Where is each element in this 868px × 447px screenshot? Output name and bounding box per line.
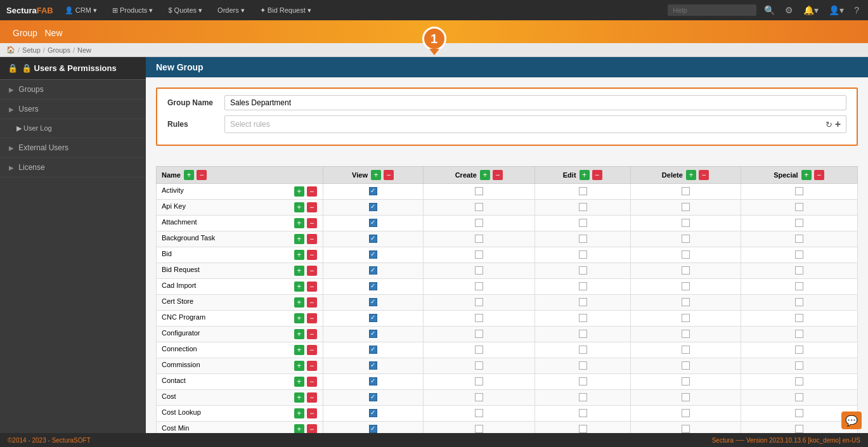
row-plus-btn[interactable]: + — [294, 266, 304, 276]
view-checkbox[interactable] — [369, 298, 377, 306]
view-remove-btn[interactable]: − — [384, 170, 394, 180]
delete-checkbox[interactable] — [682, 346, 690, 354]
view-checkbox[interactable] — [369, 314, 377, 322]
edit-checkbox[interactable] — [579, 425, 587, 433]
delete-checkbox[interactable] — [682, 409, 690, 417]
edit-checkbox[interactable] — [579, 266, 587, 275]
row-plus-btn[interactable]: + — [294, 250, 304, 260]
row-plus-btn[interactable]: + — [294, 345, 304, 355]
row-minus-btn[interactable]: − — [307, 361, 317, 371]
nav-bid-request[interactable]: ✦ Bid Request ▾ — [256, 6, 315, 15]
special-checkbox[interactable] — [795, 361, 803, 370]
view-checkbox[interactable] — [369, 393, 377, 401]
create-checkbox[interactable] — [475, 361, 483, 370]
refresh-icon[interactable]: ↻ — [826, 120, 832, 129]
special-checkbox[interactable] — [795, 346, 803, 354]
row-plus-btn[interactable]: + — [294, 392, 304, 403]
row-minus-btn[interactable]: − — [307, 282, 317, 292]
row-plus-btn[interactable]: + — [294, 282, 304, 292]
row-minus-btn[interactable]: − — [307, 345, 317, 355]
delete-checkbox[interactable] — [682, 425, 690, 433]
row-plus-btn[interactable]: + — [294, 329, 304, 339]
view-add-btn[interactable]: + — [371, 170, 381, 180]
row-minus-btn[interactable]: − — [307, 408, 317, 418]
create-checkbox[interactable] — [475, 203, 483, 211]
create-remove-btn[interactable]: − — [493, 170, 503, 180]
brand-logo[interactable]: SecturaFAB — [6, 6, 53, 15]
sidebar-item-license[interactable]: ▶ License — [0, 158, 146, 178]
delete-remove-btn[interactable]: − — [699, 170, 709, 180]
edit-checkbox[interactable] — [579, 187, 587, 195]
delete-checkbox[interactable] — [682, 393, 690, 401]
name-add-btn[interactable]: + — [184, 170, 194, 180]
edit-checkbox[interactable] — [579, 235, 587, 243]
edit-checkbox[interactable] — [579, 250, 587, 259]
view-checkbox[interactable] — [369, 282, 377, 290]
view-checkbox[interactable] — [369, 346, 377, 354]
row-plus-btn[interactable]: + — [294, 234, 304, 244]
view-checkbox[interactable] — [369, 425, 377, 433]
nav-orders[interactable]: Orders ▾ — [214, 6, 249, 15]
delete-checkbox[interactable] — [682, 187, 690, 195]
special-checkbox[interactable] — [795, 282, 803, 290]
group-name-input[interactable] — [224, 95, 846, 110]
row-minus-btn[interactable]: − — [307, 250, 317, 260]
special-checkbox[interactable] — [795, 219, 803, 227]
special-checkbox[interactable] — [795, 235, 803, 243]
row-minus-btn[interactable]: − — [307, 329, 317, 339]
nav-quotes[interactable]: $ Quotes ▾ — [164, 6, 206, 15]
edit-checkbox[interactable] — [579, 314, 587, 322]
view-checkbox[interactable] — [369, 409, 377, 417]
edit-checkbox[interactable] — [579, 361, 587, 370]
sidebar-item-external-users[interactable]: ▶ External Users — [0, 138, 146, 158]
special-checkbox[interactable] — [795, 393, 803, 401]
special-add-btn[interactable]: + — [801, 170, 812, 180]
user-icon[interactable]: 👤▾ — [826, 5, 846, 15]
create-checkbox[interactable] — [475, 377, 483, 385]
delete-add-btn[interactable]: + — [686, 170, 696, 180]
row-minus-btn[interactable]: − — [307, 266, 317, 276]
row-minus-btn[interactable]: − — [307, 313, 317, 323]
special-checkbox[interactable] — [795, 377, 803, 385]
row-plus-btn[interactable]: + — [294, 313, 304, 323]
delete-checkbox[interactable] — [682, 235, 690, 243]
row-plus-btn[interactable]: + — [294, 361, 304, 371]
row-plus-btn[interactable]: + — [294, 408, 304, 418]
delete-checkbox[interactable] — [682, 330, 690, 338]
create-add-btn[interactable]: + — [480, 170, 490, 180]
row-minus-btn[interactable]: − — [307, 202, 317, 212]
edit-checkbox[interactable] — [579, 346, 587, 354]
edit-checkbox[interactable] — [579, 298, 587, 306]
view-checkbox[interactable] — [369, 250, 377, 259]
view-checkbox[interactable] — [369, 377, 377, 385]
view-checkbox[interactable] — [369, 330, 377, 338]
breadcrumb-setup[interactable]: Setup — [22, 46, 41, 54]
delete-checkbox[interactable] — [682, 266, 690, 275]
edit-checkbox[interactable] — [579, 203, 587, 211]
delete-checkbox[interactable] — [682, 361, 690, 370]
special-checkbox[interactable] — [795, 314, 803, 322]
row-minus-btn[interactable]: − — [307, 392, 317, 403]
view-checkbox[interactable] — [369, 361, 377, 370]
edit-checkbox[interactable] — [579, 330, 587, 338]
row-plus-btn[interactable]: + — [294, 218, 304, 228]
row-minus-btn[interactable]: − — [307, 218, 317, 228]
create-checkbox[interactable] — [475, 235, 483, 243]
edit-checkbox[interactable] — [579, 393, 587, 401]
view-checkbox[interactable] — [369, 235, 377, 243]
view-checkbox[interactable] — [369, 203, 377, 211]
name-remove-btn[interactable]: − — [197, 170, 207, 180]
row-plus-btn[interactable]: + — [294, 297, 304, 308]
chat-button[interactable]: 💬 — [841, 411, 862, 429]
row-minus-btn[interactable]: − — [307, 297, 317, 308]
create-checkbox[interactable] — [475, 282, 483, 290]
create-checkbox[interactable] — [475, 266, 483, 275]
create-checkbox[interactable] — [475, 298, 483, 306]
breadcrumb-groups[interactable]: Groups — [48, 46, 70, 54]
create-checkbox[interactable] — [475, 250, 483, 259]
row-plus-btn[interactable]: + — [294, 377, 304, 387]
sidebar-item-user-log[interactable]: ▶ User Log — [0, 119, 146, 138]
bell-icon[interactable]: 🔔▾ — [801, 5, 821, 15]
delete-checkbox[interactable] — [682, 298, 690, 306]
edit-add-btn[interactable]: + — [580, 170, 590, 180]
